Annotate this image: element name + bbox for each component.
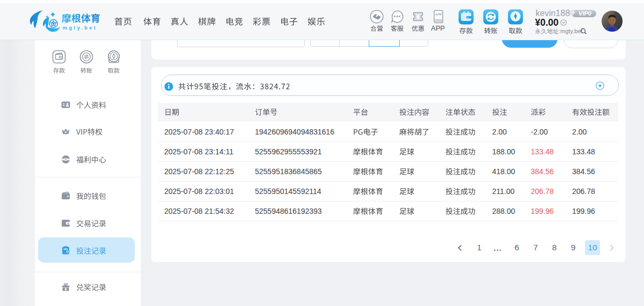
svg-text:APP: APP — [435, 13, 442, 16]
svg-text:VIP0: VIP0 — [579, 10, 592, 17]
